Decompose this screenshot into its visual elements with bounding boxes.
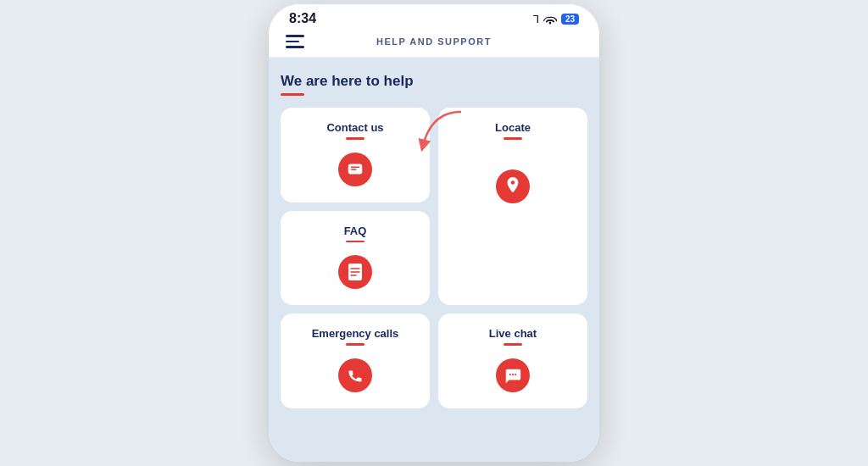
contact-underline bbox=[346, 137, 364, 140]
signal-icon: ⅂ bbox=[533, 13, 539, 25]
phone-frame: 8:34 ⅂ 23 HELP AND SUPPORT We are here t… bbox=[269, 4, 599, 462]
svg-point-9 bbox=[512, 373, 514, 374]
locate-label: Locate bbox=[495, 121, 531, 134]
live-chat-icon bbox=[495, 358, 531, 393]
contact-icon-circle bbox=[338, 153, 372, 186]
status-bar: 8:34 ⅂ 23 bbox=[269, 4, 599, 30]
hamburger-menu[interactable] bbox=[286, 35, 304, 48]
emergency-icon-circle bbox=[338, 358, 372, 392]
faq-icon bbox=[337, 254, 373, 290]
locate-icon bbox=[495, 169, 531, 204]
locate-underline bbox=[504, 137, 522, 140]
status-time: 8:34 bbox=[289, 11, 316, 26]
emergency-card[interactable]: Emergency calls bbox=[281, 313, 430, 408]
page-heading: We are here to help bbox=[281, 73, 587, 90]
main-content: We are here to help Contact us bbox=[269, 58, 599, 462]
faq-icon-circle bbox=[338, 255, 372, 289]
emergency-icon bbox=[337, 358, 373, 393]
live-chat-card[interactable]: Live chat bbox=[438, 313, 587, 408]
top-nav: HELP AND SUPPORT bbox=[269, 30, 599, 58]
live-chat-icon-circle bbox=[496, 358, 530, 392]
wifi-icon bbox=[543, 14, 557, 25]
locate-icon-circle bbox=[496, 169, 530, 203]
live-chat-label: Live chat bbox=[489, 327, 537, 340]
emergency-underline bbox=[346, 343, 364, 346]
emergency-label: Emergency calls bbox=[312, 327, 399, 340]
svg-point-8 bbox=[509, 373, 511, 374]
svg-point-10 bbox=[515, 373, 516, 374]
faq-underline bbox=[346, 241, 364, 243]
faq-label: FAQ bbox=[344, 225, 367, 237]
battery-badge: 23 bbox=[561, 14, 579, 25]
live-chat-underline bbox=[504, 343, 522, 346]
status-icons: ⅂ 23 bbox=[533, 13, 579, 25]
nav-title: HELP AND SUPPORT bbox=[376, 36, 492, 47]
locate-card[interactable]: Locate bbox=[438, 108, 587, 305]
contact-us-card[interactable]: Contact us bbox=[281, 108, 430, 202]
faq-card[interactable]: FAQ bbox=[281, 211, 430, 306]
cards-grid: Contact us Locate bbox=[281, 108, 587, 408]
heading-underline bbox=[281, 93, 304, 96]
contact-icon bbox=[337, 152, 373, 187]
contact-label: Contact us bbox=[326, 121, 383, 134]
